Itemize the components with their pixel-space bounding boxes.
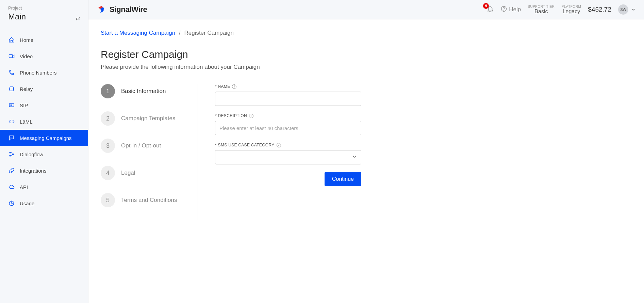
step-label: Terms and Conditions: [121, 197, 177, 204]
nav-item-laml[interactable]: LāML: [0, 113, 88, 130]
step-number: 3: [101, 139, 115, 153]
description-input[interactable]: [215, 121, 361, 135]
nav-item-usage[interactable]: Usage: [0, 195, 88, 211]
page-subtitle: Please provide the following information…: [101, 64, 632, 70]
name-input[interactable]: [215, 92, 361, 106]
nav-item-messaging-campaigns[interactable]: Messaging Campaigns: [0, 130, 88, 146]
info-icon[interactable]: i: [249, 114, 253, 118]
info-icon[interactable]: i: [277, 143, 281, 147]
user-menu[interactable]: SW: [618, 4, 636, 15]
nav-item-label: Dialogflow: [20, 152, 43, 157]
phone-icon: [8, 69, 15, 76]
topbar: SignalWire 9 Help SUPPORT TIER Basic PLA…: [88, 0, 644, 19]
logo-mark-icon: [97, 5, 106, 14]
form-layout: 1 Basic Information 2 Campaign Templates…: [101, 84, 632, 220]
form-group-name: * NAME i: [215, 84, 361, 106]
project-name[interactable]: Main: [8, 12, 26, 21]
help-icon: [501, 6, 507, 14]
brand-logo[interactable]: SignalWire: [97, 5, 147, 14]
code-icon: [8, 118, 15, 125]
form-group-usecase: * SMS USE CASE CATEGORY i: [215, 143, 361, 164]
nav-item-label: Home: [20, 37, 33, 43]
nav-item-label: Integrations: [20, 168, 46, 174]
home-icon: [8, 36, 15, 43]
support-tier-value: Basic: [528, 9, 555, 15]
svg-point-5: [13, 154, 14, 155]
chart-icon: [8, 200, 15, 207]
step-campaign-templates[interactable]: 2 Campaign Templates: [101, 111, 191, 126]
sidebar-header: Project Main ⇄: [0, 0, 88, 28]
breadcrumb-current: Register Campaign: [184, 30, 234, 36]
svg-point-8: [504, 10, 504, 10]
nav-item-relay[interactable]: Relay: [0, 81, 88, 97]
nav-item-label: Usage: [20, 201, 34, 206]
nav-item-label: Messaging Campaigns: [20, 135, 72, 141]
step-label: Legal: [121, 170, 135, 176]
step-basic-information[interactable]: 1 Basic Information: [101, 84, 191, 98]
nav-item-sip[interactable]: SIP: [0, 97, 88, 113]
video-icon: [8, 53, 15, 60]
name-label: * NAME i: [215, 84, 361, 89]
nav-item-label: SIP: [20, 102, 28, 108]
chevron-down-icon: [631, 7, 636, 12]
dialogflow-icon: [8, 151, 15, 158]
relay-icon: [8, 85, 15, 92]
project-label: Project: [8, 5, 26, 11]
svg-rect-1: [10, 87, 14, 91]
usecase-label-text: * SMS USE CASE CATEGORY: [215, 143, 275, 147]
help-link[interactable]: Help: [501, 6, 521, 14]
step-legal[interactable]: 4 Legal: [101, 166, 191, 180]
nav-item-integrations[interactable]: Integrations: [0, 162, 88, 179]
svg-rect-0: [9, 55, 13, 58]
info-icon[interactable]: i: [232, 84, 236, 89]
notifications-button[interactable]: 9: [486, 5, 494, 14]
breadcrumb-link[interactable]: Start a Messaging Campaign: [101, 30, 175, 36]
sip-icon: [8, 102, 15, 109]
account-balance[interactable]: $452.72: [588, 6, 611, 13]
page-title: Register Campaign: [101, 49, 632, 60]
description-label-text: * DESCRIPTION: [215, 113, 247, 118]
step-terms-and-conditions[interactable]: 5 Terms and Conditions: [101, 193, 191, 207]
form-actions: Continue: [215, 172, 361, 186]
usecase-label: * SMS USE CASE CATEGORY i: [215, 143, 361, 147]
step-opt-in-opt-out[interactable]: 3 Opt-in / Opt-out: [101, 139, 191, 153]
step-number: 5: [101, 193, 115, 207]
nav-item-label: LāML: [20, 119, 33, 125]
step-number: 4: [101, 166, 115, 180]
swap-icon[interactable]: ⇄: [76, 15, 80, 21]
cloud-icon: [8, 184, 15, 190]
steps-column: 1 Basic Information 2 Campaign Templates…: [101, 84, 198, 220]
content: Start a Messaging Campaign / Register Ca…: [88, 19, 644, 230]
nav-item-label: Phone Numbers: [20, 70, 56, 76]
nav-item-label: API: [20, 184, 28, 190]
platform-value: Legacy: [562, 9, 581, 15]
nav-item-label: Video: [20, 53, 33, 59]
svg-point-4: [10, 155, 11, 156]
continue-button[interactable]: Continue: [325, 172, 361, 186]
svg-point-3: [10, 152, 11, 153]
message-icon: [8, 134, 15, 141]
nav-item-dialogflow[interactable]: Dialogflow: [0, 146, 88, 162]
nav-item-home[interactable]: Home: [0, 32, 88, 48]
step-number: 1: [101, 84, 115, 98]
nav-item-phone-numbers[interactable]: Phone Numbers: [0, 64, 88, 81]
breadcrumb: Start a Messaging Campaign / Register Ca…: [101, 30, 632, 36]
nav-item-api[interactable]: API: [0, 179, 88, 195]
help-label: Help: [509, 6, 521, 13]
main-area: SignalWire 9 Help SUPPORT TIER Basic PLA…: [88, 0, 644, 303]
support-tier[interactable]: SUPPORT TIER Basic: [528, 5, 555, 15]
step-label: Basic Information: [121, 88, 166, 95]
breadcrumb-separator: /: [179, 30, 181, 36]
platform[interactable]: PLATFORM Legacy: [562, 5, 581, 15]
nav-item-video[interactable]: Video: [0, 48, 88, 64]
sidebar: Project Main ⇄ Home Video Phone Numbers …: [0, 0, 88, 303]
step-label: Opt-in / Opt-out: [121, 142, 161, 149]
usecase-select[interactable]: [215, 150, 361, 164]
avatar: SW: [618, 4, 628, 15]
description-label: * DESCRIPTION i: [215, 113, 361, 118]
nav-list: Home Video Phone Numbers Relay SIP LāML: [0, 28, 88, 211]
step-number: 2: [101, 111, 115, 126]
bell-icon: [486, 8, 494, 14]
form-column: * NAME i * DESCRIPTION i: [198, 84, 361, 220]
nav-item-label: Relay: [20, 86, 33, 92]
